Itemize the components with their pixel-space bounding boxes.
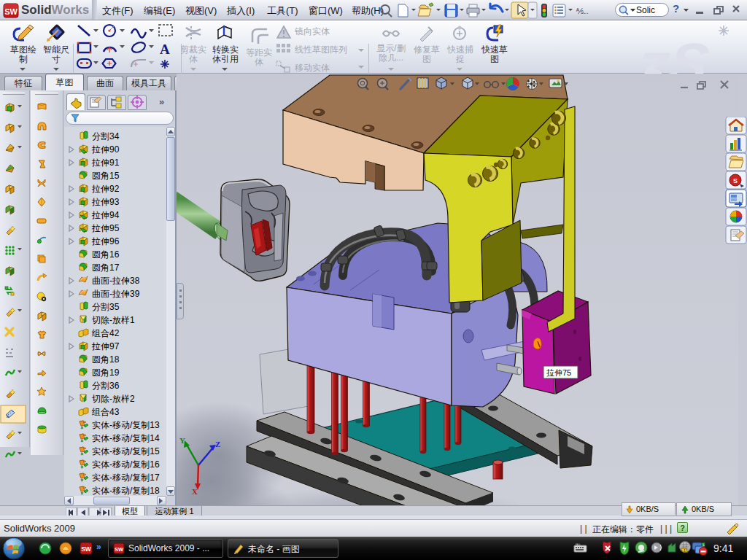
svg-text:»: » <box>96 542 101 552</box>
svg-text:A: A <box>160 42 170 57</box>
svg-text:拉伸75: 拉伸75 <box>546 368 571 377</box>
svg-text:Z: Z <box>215 440 220 448</box>
svg-text:S: S <box>733 177 738 184</box>
svg-text:SW: SW <box>4 7 18 16</box>
svg-text:SW: SW <box>115 546 124 553</box>
svg-text:X: X <box>192 487 198 496</box>
svg-text:SW: SW <box>81 545 92 553</box>
svg-text:⅍..: ⅍.. <box>576 7 588 15</box>
svg-text:Y: Y <box>179 436 185 445</box>
svg-text:键盘: 键盘 <box>575 543 581 546</box>
